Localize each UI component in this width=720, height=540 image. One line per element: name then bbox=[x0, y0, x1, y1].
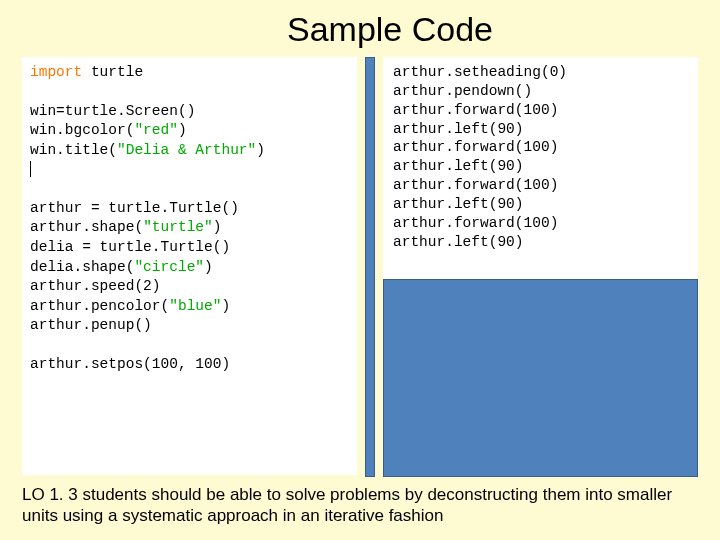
code-text: arthur.pencolor( bbox=[30, 298, 169, 314]
redaction-box bbox=[383, 279, 698, 477]
code-line: arthur.setheading(0) bbox=[393, 63, 688, 82]
code-line: arthur.left(90) bbox=[393, 120, 688, 139]
keyword: import bbox=[30, 64, 82, 80]
code-line: arthur.speed(2) bbox=[30, 277, 349, 297]
blank-line bbox=[30, 83, 349, 102]
right-column: arthur.setheading(0) arthur.pendown() ar… bbox=[383, 57, 698, 477]
string-literal: "circle" bbox=[134, 259, 204, 275]
code-line: win=turtle.Screen() bbox=[30, 102, 349, 122]
code-line: delia = turtle.Turtle() bbox=[30, 238, 349, 258]
code-text: win.bgcolor( bbox=[30, 122, 134, 138]
string-literal: "Delia & Arthur" bbox=[117, 142, 256, 158]
code-line: arthur.pendown() bbox=[393, 82, 688, 101]
text-cursor bbox=[30, 161, 31, 177]
cursor-line bbox=[30, 160, 349, 180]
code-line: arthur.forward(100) bbox=[393, 176, 688, 195]
learning-objective-text: LO 1. 3 students should be able to solve… bbox=[22, 484, 698, 527]
code-text: ) bbox=[256, 142, 265, 158]
code-line: win.title("Delia & Arthur") bbox=[30, 141, 349, 161]
code-text: ) bbox=[204, 259, 213, 275]
code-line: delia.shape("circle") bbox=[30, 258, 349, 278]
code-panel-left: import turtle win=turtle.Screen() win.bg… bbox=[22, 57, 357, 475]
code-text: ) bbox=[178, 122, 187, 138]
code-line: arthur.left(90) bbox=[393, 157, 688, 176]
code-panel-right: arthur.setheading(0) arthur.pendown() ar… bbox=[383, 57, 698, 279]
string-literal: "turtle" bbox=[143, 219, 213, 235]
blank-line bbox=[30, 336, 349, 355]
code-text: turtle bbox=[82, 64, 143, 80]
panel-divider bbox=[365, 57, 375, 477]
code-text: delia.shape( bbox=[30, 259, 134, 275]
slide-title: Sample Code bbox=[0, 0, 720, 57]
string-literal: "blue" bbox=[169, 298, 221, 314]
code-line: arthur.shape("turtle") bbox=[30, 218, 349, 238]
code-line: arthur.penup() bbox=[30, 316, 349, 336]
string-literal: "red" bbox=[134, 122, 178, 138]
code-text: ) bbox=[213, 219, 222, 235]
code-line: arthur = turtle.Turtle() bbox=[30, 199, 349, 219]
code-line: arthur.forward(100) bbox=[393, 138, 688, 157]
code-area: import turtle win=turtle.Screen() win.bg… bbox=[0, 57, 720, 477]
code-text: win.title( bbox=[30, 142, 117, 158]
code-line: arthur.forward(100) bbox=[393, 214, 688, 233]
blank-line bbox=[30, 180, 349, 199]
code-line: arthur.left(90) bbox=[393, 195, 688, 214]
code-line: win.bgcolor("red") bbox=[30, 121, 349, 141]
code-line: arthur.pencolor("blue") bbox=[30, 297, 349, 317]
code-line: arthur.forward(100) bbox=[393, 101, 688, 120]
code-line: import turtle bbox=[30, 63, 349, 83]
code-text: arthur.shape( bbox=[30, 219, 143, 235]
code-text: ) bbox=[221, 298, 230, 314]
code-line: arthur.setpos(100, 100) bbox=[30, 355, 349, 375]
code-line: arthur.left(90) bbox=[393, 233, 688, 252]
